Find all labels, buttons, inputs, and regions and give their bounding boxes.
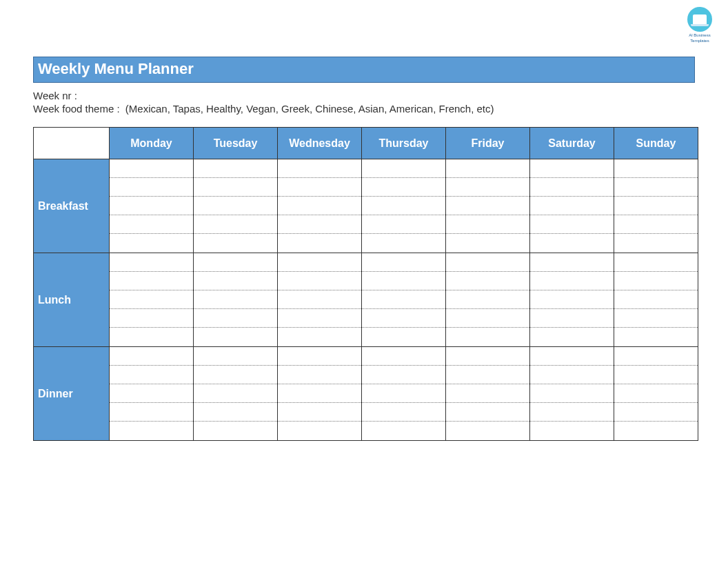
cell-dinner-friday[interactable] bbox=[446, 347, 530, 441]
entry-line[interactable] bbox=[110, 309, 193, 328]
entry-line[interactable] bbox=[530, 290, 614, 309]
entry-line[interactable] bbox=[194, 290, 277, 309]
entry-line[interactable] bbox=[278, 178, 361, 197]
entry-line[interactable] bbox=[362, 159, 445, 178]
entry-line[interactable] bbox=[530, 422, 614, 440]
entry-line[interactable] bbox=[362, 366, 445, 384]
entry-line[interactable] bbox=[530, 253, 614, 272]
entry-line[interactable] bbox=[530, 366, 614, 384]
entry-line[interactable] bbox=[446, 366, 529, 384]
cell-breakfast-monday[interactable] bbox=[110, 159, 194, 253]
cell-lunch-wednesday[interactable] bbox=[278, 253, 362, 347]
cell-dinner-saturday[interactable] bbox=[530, 347, 614, 441]
entry-line[interactable] bbox=[446, 403, 529, 422]
entry-line[interactable] bbox=[278, 366, 361, 384]
entry-line[interactable] bbox=[194, 272, 277, 290]
entry-line[interactable] bbox=[362, 253, 445, 272]
entry-line[interactable] bbox=[362, 215, 445, 234]
entry-line[interactable] bbox=[614, 178, 698, 197]
entry-line[interactable] bbox=[194, 422, 277, 440]
cell-lunch-thursday[interactable] bbox=[362, 253, 446, 347]
entry-line[interactable] bbox=[278, 347, 361, 366]
entry-line[interactable] bbox=[278, 309, 361, 328]
cell-lunch-monday[interactable] bbox=[110, 253, 194, 347]
entry-line[interactable] bbox=[614, 366, 698, 384]
entry-line[interactable] bbox=[614, 384, 698, 403]
entry-line[interactable] bbox=[362, 272, 445, 290]
entry-line[interactable] bbox=[362, 403, 445, 422]
entry-line[interactable] bbox=[278, 253, 361, 272]
entry-line[interactable] bbox=[278, 290, 361, 309]
entry-line[interactable] bbox=[278, 272, 361, 290]
cell-dinner-sunday[interactable] bbox=[614, 347, 698, 441]
entry-line[interactable] bbox=[278, 197, 361, 215]
entry-line[interactable] bbox=[278, 215, 361, 234]
entry-line[interactable] bbox=[110, 215, 193, 234]
entry-line[interactable] bbox=[614, 328, 698, 346]
entry-line[interactable] bbox=[110, 234, 193, 253]
entry-line[interactable] bbox=[194, 234, 277, 253]
entry-line[interactable] bbox=[110, 290, 193, 309]
entry-line[interactable] bbox=[110, 422, 193, 440]
entry-line[interactable] bbox=[110, 197, 193, 215]
entry-line[interactable] bbox=[110, 347, 193, 366]
cell-lunch-saturday[interactable] bbox=[530, 253, 614, 347]
entry-line[interactable] bbox=[278, 384, 361, 403]
entry-line[interactable] bbox=[110, 272, 193, 290]
entry-line[interactable] bbox=[530, 272, 614, 290]
entry-line[interactable] bbox=[614, 272, 698, 290]
entry-line[interactable] bbox=[446, 328, 529, 346]
entry-line[interactable] bbox=[362, 328, 445, 346]
entry-line[interactable] bbox=[530, 347, 614, 366]
entry-line[interactable] bbox=[446, 234, 529, 253]
cell-breakfast-saturday[interactable] bbox=[530, 159, 614, 253]
entry-line[interactable] bbox=[614, 159, 698, 178]
cell-breakfast-thursday[interactable] bbox=[362, 159, 446, 253]
entry-line[interactable] bbox=[362, 234, 445, 253]
entry-line[interactable] bbox=[194, 215, 277, 234]
entry-line[interactable] bbox=[446, 159, 529, 178]
entry-line[interactable] bbox=[194, 366, 277, 384]
entry-line[interactable] bbox=[194, 253, 277, 272]
entry-line[interactable] bbox=[362, 422, 445, 440]
entry-line[interactable] bbox=[446, 347, 529, 366]
entry-line[interactable] bbox=[362, 178, 445, 197]
cell-lunch-sunday[interactable] bbox=[614, 253, 698, 347]
entry-line[interactable] bbox=[362, 290, 445, 309]
entry-line[interactable] bbox=[278, 422, 361, 440]
entry-line[interactable] bbox=[614, 197, 698, 215]
entry-line[interactable] bbox=[278, 234, 361, 253]
cell-breakfast-sunday[interactable] bbox=[614, 159, 698, 253]
entry-line[interactable] bbox=[446, 178, 529, 197]
entry-line[interactable] bbox=[614, 347, 698, 366]
entry-line[interactable] bbox=[278, 403, 361, 422]
entry-line[interactable] bbox=[614, 309, 698, 328]
entry-line[interactable] bbox=[194, 197, 277, 215]
entry-line[interactable] bbox=[194, 178, 277, 197]
entry-line[interactable] bbox=[278, 159, 361, 178]
entry-line[interactable] bbox=[194, 328, 277, 346]
cell-lunch-friday[interactable] bbox=[446, 253, 530, 347]
entry-line[interactable] bbox=[110, 328, 193, 346]
entry-line[interactable] bbox=[614, 234, 698, 253]
entry-line[interactable] bbox=[194, 159, 277, 178]
entry-line[interactable] bbox=[446, 253, 529, 272]
entry-line[interactable] bbox=[446, 272, 529, 290]
entry-line[interactable] bbox=[446, 422, 529, 440]
entry-line[interactable] bbox=[110, 178, 193, 197]
entry-line[interactable] bbox=[362, 197, 445, 215]
entry-line[interactable] bbox=[614, 215, 698, 234]
entry-line[interactable] bbox=[530, 197, 614, 215]
entry-line[interactable] bbox=[362, 384, 445, 403]
entry-line[interactable] bbox=[110, 384, 193, 403]
entry-line[interactable] bbox=[194, 309, 277, 328]
cell-dinner-monday[interactable] bbox=[110, 347, 194, 441]
cell-breakfast-tuesday[interactable] bbox=[194, 159, 278, 253]
entry-line[interactable] bbox=[530, 215, 614, 234]
cell-dinner-thursday[interactable] bbox=[362, 347, 446, 441]
cell-breakfast-wednesday[interactable] bbox=[278, 159, 362, 253]
entry-line[interactable] bbox=[530, 328, 614, 346]
entry-line[interactable] bbox=[614, 422, 698, 440]
entry-line[interactable] bbox=[362, 347, 445, 366]
entry-line[interactable] bbox=[278, 328, 361, 346]
